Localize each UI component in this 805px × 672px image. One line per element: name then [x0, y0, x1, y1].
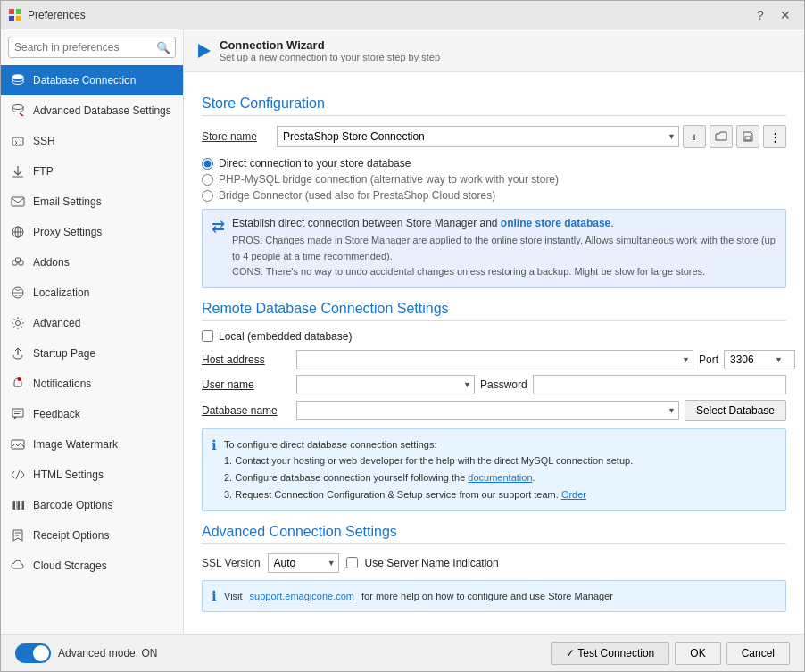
port-combo[interactable]: 3306 ▼ [724, 350, 786, 369]
sidebar-item-advanced[interactable]: Advanced [1, 308, 183, 338]
store-name-row: Store name PrestaShop Store Connection ▼… [202, 125, 786, 148]
wizard-text: Connection Wizard Set up a new connectio… [220, 38, 440, 62]
support-link[interactable]: support.emagicone.com [250, 591, 354, 601]
more-options-button[interactable]: ⋮ [763, 125, 786, 148]
addons-icon [10, 254, 26, 270]
info-circle-icon: ℹ [212, 437, 217, 453]
radio-bridge-connector-input[interactable] [202, 190, 213, 202]
sidebar-item-database-connection[interactable]: Database Connection [1, 65, 183, 95]
radio-bridge-connector-label[interactable]: Bridge Connector (used also for PrestaSh… [219, 189, 495, 202]
db-name-select[interactable] [296, 401, 679, 420]
search-input[interactable] [8, 37, 176, 58]
sni-checkbox[interactable] [346, 557, 358, 568]
right-panel: Connection Wizard Set up a new connectio… [184, 29, 804, 634]
svg-point-22 [18, 377, 21, 381]
sidebar-label-localization: Localization [33, 286, 89, 299]
svg-rect-17 [16, 258, 21, 262]
sidebar-item-barcode-options[interactable]: Barcode Options [1, 490, 183, 520]
db-name-combo[interactable]: ▼ [296, 401, 679, 420]
help-button[interactable]: ? [749, 5, 772, 25]
sidebar-item-html-settings[interactable]: HTML Settings [1, 460, 183, 490]
cancel-button[interactable]: Cancel [726, 642, 790, 665]
close-button[interactable]: ✕ [774, 5, 797, 25]
sidebar-item-proxy-settings[interactable]: Proxy Settings [1, 217, 183, 247]
store-name-combo[interactable]: PrestaShop Store Connection ▼ [277, 126, 679, 147]
sidebar: 🔍 Database Connection Advanced Database … [1, 29, 184, 634]
radio-bridge-mysql-input[interactable] [202, 174, 213, 186]
radio-bridge-connector: Bridge Connector (used also for PrestaSh… [202, 189, 786, 202]
search-icon: 🔍 [156, 41, 170, 54]
sidebar-item-addons[interactable]: Addons [1, 247, 183, 278]
direct-info-box: ⇄ Establish direct connection between St… [202, 209, 786, 288]
sidebar-label-ssh: SSH [33, 135, 55, 147]
sidebar-label-addons: Addons [33, 256, 70, 269]
store-name-select[interactable]: PrestaShop Store Connection [277, 126, 679, 147]
db-name-row: Database name ▼ Select Database [202, 400, 786, 421]
direct-info-content: Establish direct connection between Stor… [232, 217, 776, 280]
advanced-icon [10, 315, 26, 331]
ok-button[interactable]: OK [675, 642, 720, 665]
save-connection-button[interactable] [736, 125, 759, 148]
sidebar-label-proxy: Proxy Settings [33, 226, 102, 238]
search-box: 🔍 [8, 37, 176, 58]
svg-rect-16 [19, 261, 23, 265]
sidebar-item-notifications[interactable]: Notifications [1, 369, 183, 399]
db-name-label: Database name [202, 404, 291, 417]
sidebar-item-image-watermark[interactable]: Image Watermark [1, 429, 183, 460]
documentation-link[interactable]: documentation [468, 472, 532, 483]
ssl-combo[interactable]: Auto TLSv1 TLSv1.1 TLSv1.2 ▼ [268, 553, 339, 573]
svg-point-5 [12, 105, 23, 110]
local-db-checkbox[interactable] [202, 330, 213, 342]
svg-rect-7 [12, 137, 23, 145]
play-icon [198, 44, 211, 58]
sidebar-item-localization[interactable]: Localization [1, 278, 183, 308]
advanced-database-settings-icon [10, 103, 26, 119]
window-controls: ? ✕ [749, 5, 797, 25]
localization-icon [10, 285, 26, 301]
port-select[interactable]: 3306 [724, 350, 795, 369]
host-combo[interactable]: ▼ [296, 350, 693, 369]
sidebar-item-feedback[interactable]: Feedback [1, 399, 183, 429]
user-label: User name [202, 378, 291, 391]
password-input[interactable] [533, 375, 786, 394]
sidebar-item-ftp[interactable]: FTP [1, 156, 183, 187]
footer-buttons: ✓ Test Connection OK Cancel [551, 642, 790, 665]
radio-bridge-mysql-label[interactable]: PHP-MySQL bridge connection (alternative… [219, 173, 559, 186]
advanced-conn-title: Advanced Connection Settings [202, 524, 786, 544]
port-label: Port [699, 353, 718, 366]
sidebar-label-receipt: Receipt Options [33, 529, 109, 542]
sidebar-item-ssh[interactable]: SSH [1, 126, 183, 156]
user-combo[interactable]: ▼ [296, 375, 475, 394]
config-info-box: ℹ To configure direct database connectio… [202, 428, 786, 511]
connection-type-group: Direct connection to your store database… [202, 157, 786, 202]
wizard-title: Connection Wizard [220, 38, 440, 52]
sni-label[interactable]: Use Server Name Indication [365, 557, 499, 569]
sidebar-item-receipt-options[interactable]: Receipt Options [1, 520, 183, 551]
host-select[interactable] [296, 350, 693, 369]
connection-wizard-bar: Connection Wizard Set up a new connectio… [184, 29, 804, 72]
arrows-icon: ⇄ [212, 217, 225, 236]
preferences-window: Preferences ? ✕ 🔍 Database Connection [0, 0, 805, 672]
select-database-button[interactable]: Select Database [685, 400, 786, 421]
radio-direct-input[interactable] [202, 158, 213, 170]
radio-direct: Direct connection to your store database [202, 157, 786, 170]
test-connection-button[interactable]: ✓ Test Connection [551, 642, 669, 665]
order-link[interactable]: Order [561, 489, 586, 500]
ssl-select[interactable]: Auto TLSv1 TLSv1.1 TLSv1.2 [268, 553, 339, 573]
local-db-label[interactable]: Local (embedded database) [219, 330, 352, 343]
sidebar-label-database-connection: Database Connection [33, 74, 136, 87]
ftp-icon [10, 163, 26, 179]
add-connection-button[interactable]: + [683, 125, 706, 148]
toggle-knob [33, 645, 49, 661]
sidebar-label-ftp: FTP [33, 165, 54, 178]
sidebar-item-advanced-database-settings[interactable]: Advanced Database Settings [1, 95, 183, 126]
sidebar-item-email-settings[interactable]: Email Settings [1, 187, 183, 217]
advanced-mode-toggle[interactable] [15, 643, 51, 663]
user-select[interactable] [296, 375, 475, 394]
radio-direct-label[interactable]: Direct connection to your store database [219, 157, 411, 170]
svg-point-20 [16, 321, 21, 326]
sidebar-item-startup-page[interactable]: Startup Page [1, 338, 183, 369]
sidebar-item-cloud-storages[interactable]: Cloud Storages [1, 551, 183, 581]
sidebar-label-notifications: Notifications [33, 377, 91, 390]
open-connection-button[interactable] [710, 125, 733, 148]
